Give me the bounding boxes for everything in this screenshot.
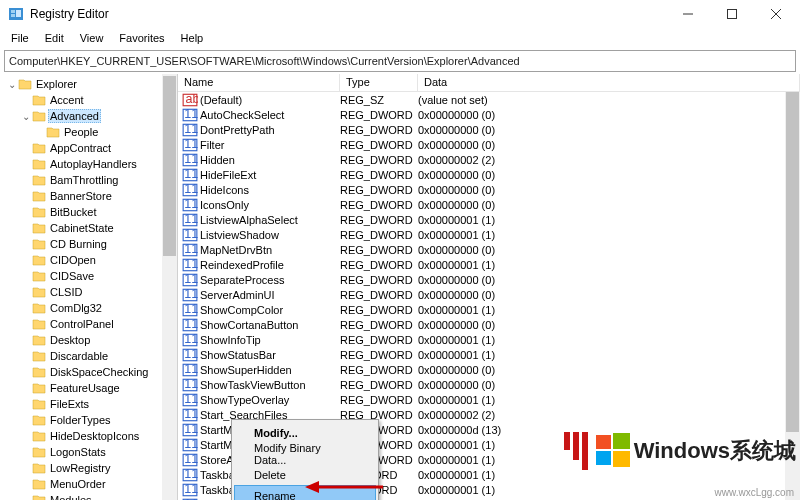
tree-scroll-thumb[interactable] [163, 76, 176, 256]
value-row[interactable]: 110AutoCheckSelectREG_DWORD0x00000000 (0… [178, 107, 800, 122]
tree-node[interactable]: AutoplayHandlers [2, 156, 177, 172]
column-data[interactable]: Data [418, 74, 800, 91]
tree-node[interactable]: People [2, 124, 177, 140]
tree-label: Advanced [48, 109, 101, 123]
tree-label: ComDlg32 [48, 302, 104, 314]
value-type: REG_DWORD [340, 109, 418, 121]
tree-node[interactable]: CIDOpen [2, 252, 177, 268]
menu-favorites[interactable]: Favorites [112, 30, 171, 46]
value-row[interactable]: 110ShowCompColorREG_DWORD0x00000001 (1) [178, 302, 800, 317]
tree-node[interactable]: CLSID [2, 284, 177, 300]
value-row[interactable]: 110HiddenREG_DWORD0x00000002 (2) [178, 152, 800, 167]
svg-text:110: 110 [184, 167, 198, 181]
tree-scrollbar[interactable] [162, 74, 177, 500]
tree-node[interactable]: FolderTypes [2, 412, 177, 428]
value-type: REG_SZ [340, 94, 418, 106]
menu-edit[interactable]: Edit [38, 30, 71, 46]
tree-node[interactable]: Desktop [2, 332, 177, 348]
column-type[interactable]: Type [340, 74, 418, 91]
tree-node[interactable]: ControlPanel [2, 316, 177, 332]
value-type: REG_DWORD [340, 364, 418, 376]
value-row[interactable]: 110ShowCortanaButtonREG_DWORD0x00000000 … [178, 317, 800, 332]
menu-view[interactable]: View [73, 30, 111, 46]
tree-label: Desktop [48, 334, 92, 346]
tree-node[interactable]: DiskSpaceChecking [2, 364, 177, 380]
tree-node[interactable]: ⌄Explorer [2, 76, 177, 92]
tree-node[interactable]: HideDesktopIcons [2, 428, 177, 444]
menu-help[interactable]: Help [174, 30, 211, 46]
svg-text:110: 110 [184, 317, 198, 331]
folder-icon [32, 413, 46, 427]
minimize-button[interactable] [666, 0, 710, 28]
value-data: 0x00000001 (1) [418, 394, 800, 406]
tree-node[interactable]: BannerStore [2, 188, 177, 204]
svg-rect-5 [728, 10, 737, 19]
value-row[interactable]: 110SeparateProcessREG_DWORD0x00000000 (0… [178, 272, 800, 287]
tree-node[interactable]: CD Burning [2, 236, 177, 252]
value-row[interactable]: 110ServerAdminUIREG_DWORD0x00000000 (0) [178, 287, 800, 302]
dword-icon: 110 [182, 378, 198, 392]
value-type: REG_DWORD [340, 274, 418, 286]
svg-rect-71 [613, 433, 630, 449]
dword-icon: 110 [182, 483, 198, 497]
tree-node[interactable]: Modules [2, 492, 177, 500]
tree-node[interactable]: CabinetState [2, 220, 177, 236]
ctx-modify[interactable]: Modify... [234, 422, 376, 443]
regedit-icon [8, 6, 24, 22]
close-button[interactable] [754, 0, 798, 28]
tree-node[interactable]: ComDlg32 [2, 300, 177, 316]
value-row[interactable]: ab(Default)REG_SZ(value not set) [178, 92, 800, 107]
svg-rect-72 [596, 451, 611, 465]
watermark-text: www.wxcLgg.com [715, 487, 794, 498]
dword-icon: 110 [182, 438, 198, 452]
value-row[interactable]: 110HideIconsREG_DWORD0x00000000 (0) [178, 182, 800, 197]
dword-icon: 110 [182, 198, 198, 212]
tree-node[interactable]: BitBucket [2, 204, 177, 220]
expand-icon[interactable]: ⌄ [6, 79, 18, 90]
tree-node[interactable]: LowRegistry [2, 460, 177, 476]
tree-node[interactable]: LogonStats [2, 444, 177, 460]
value-name: ServerAdminUI [200, 289, 340, 301]
value-row[interactable]: 110ShowStatusBarREG_DWORD0x00000001 (1) [178, 347, 800, 362]
folder-icon [32, 269, 46, 283]
value-row[interactable]: 110IconsOnlyREG_DWORD0x00000000 (0) [178, 197, 800, 212]
list-scroll-thumb[interactable] [786, 92, 799, 432]
tree-label: Accent [48, 94, 86, 106]
value-row[interactable]: 110ShowSuperHiddenREG_DWORD0x00000000 (0… [178, 362, 800, 377]
value-row[interactable]: 110ShowInfoTipREG_DWORD0x00000001 (1) [178, 332, 800, 347]
tree-node[interactable]: FileExts [2, 396, 177, 412]
tree-node[interactable]: Discardable [2, 348, 177, 364]
column-name[interactable]: Name [178, 74, 340, 91]
tree-label: BannerStore [48, 190, 114, 202]
value-name: Hidden [200, 154, 340, 166]
value-row[interactable]: 110ListviewAlphaSelectREG_DWORD0x0000000… [178, 212, 800, 227]
tree-node[interactable]: Accent [2, 92, 177, 108]
maximize-button[interactable] [710, 0, 754, 28]
value-row[interactable]: 110ReindexedProfileREG_DWORD0x00000001 (… [178, 257, 800, 272]
value-row[interactable]: 110ShowTaskViewButtonREG_DWORD0x00000000… [178, 377, 800, 392]
address-bar[interactable]: Computer\HKEY_CURRENT_USER\SOFTWARE\Micr… [4, 50, 796, 72]
tree-pane[interactable]: ⌄ExplorerAccent⌄AdvancedPeopleAppContrac… [0, 74, 178, 500]
tree-node[interactable]: MenuOrder [2, 476, 177, 492]
tree-node[interactable]: ⌄Advanced [2, 108, 177, 124]
expand-icon[interactable]: ⌄ [20, 111, 32, 122]
value-type: REG_DWORD [340, 319, 418, 331]
tree-label: Modules [48, 494, 94, 500]
value-row[interactable]: 110MapNetDrvBtnREG_DWORD0x00000000 (0) [178, 242, 800, 257]
value-row[interactable]: 110ListviewShadowREG_DWORD0x00000001 (1) [178, 227, 800, 242]
value-data: 0x00000000 (0) [418, 244, 800, 256]
menu-file[interactable]: File [4, 30, 36, 46]
tree-node[interactable]: FeatureUsage [2, 380, 177, 396]
tree-node[interactable]: BamThrottling [2, 172, 177, 188]
value-row[interactable]: 110FilterREG_DWORD0x00000000 (0) [178, 137, 800, 152]
ctx-modify-binary[interactable]: Modify Binary Data... [234, 443, 376, 464]
tree-label: AutoplayHandlers [48, 158, 139, 170]
tree-node[interactable]: AppContract [2, 140, 177, 156]
svg-text:110: 110 [184, 257, 198, 271]
value-row[interactable]: 110DontPrettyPathREG_DWORD0x00000000 (0) [178, 122, 800, 137]
value-row[interactable]: 110ShowTypeOverlayREG_DWORD0x00000001 (1… [178, 392, 800, 407]
value-row[interactable]: 110HideFileExtREG_DWORD0x00000000 (0) [178, 167, 800, 182]
tree-label: LowRegistry [48, 462, 113, 474]
tree-node[interactable]: CIDSave [2, 268, 177, 284]
value-name: ShowCortanaButton [200, 319, 340, 331]
